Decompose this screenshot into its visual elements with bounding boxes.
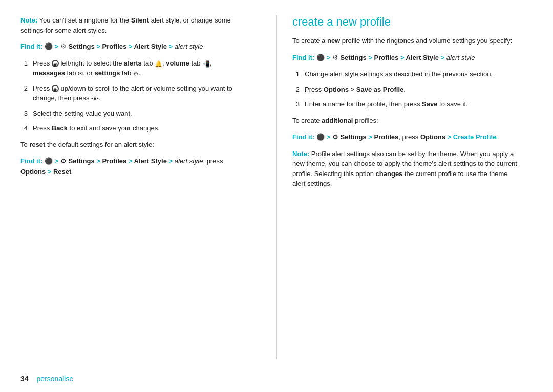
right-step-1: 1 Change alert style settings as describ… — [292, 69, 522, 79]
page-footer: 34 personalise — [0, 369, 553, 392]
left-step-3: 3 Select the setting value you want. — [20, 108, 246, 119]
right-settings-icon-1: ⚙ — [332, 54, 341, 61]
arrow-2c: > — [129, 157, 134, 165]
right-arrow-1a: > — [327, 54, 331, 61]
alert-style-label-2: Alert Style — [134, 157, 167, 165]
intro-text2: profile with the ringtones and volume se… — [340, 37, 512, 45]
right-find-it-1: Find it: ⚫ > ⚙ Settings > Profiles > Ale… — [292, 53, 522, 63]
find-it-label-2: Find it: — [20, 157, 42, 165]
right-arrow-2c: > — [448, 133, 453, 141]
note-label: Note: — [20, 16, 37, 24]
intro-text1: To create a — [292, 37, 327, 45]
settings-icon-2: ⚙ — [60, 157, 69, 165]
right-step-2: 2 Press Options > Save as Profile. — [292, 84, 522, 95]
new-word: new — [327, 37, 340, 45]
right-settings-label-1: Settings — [340, 54, 366, 61]
arrow-4: > — [169, 42, 175, 50]
arrow-2d: > — [169, 157, 175, 165]
step-num-2: 2 — [20, 83, 28, 103]
alert-style-italic-1: alert style — [175, 42, 203, 50]
settings-icon-1: ⚙ — [60, 42, 69, 50]
right-options-label-2: Options — [420, 133, 445, 141]
alert-style-italic-2: alert style — [175, 157, 203, 165]
right-alert-style-label-1: Alert Style — [406, 54, 439, 61]
arrow-2a: > — [55, 157, 59, 165]
right-step-3: 3 Enter a name for the profile, then pre… — [292, 99, 522, 110]
right-arrow-1b: > — [368, 54, 374, 61]
reset-word: reset — [29, 141, 45, 148]
right-arrow-1c: > — [400, 54, 406, 61]
reset-text2: the default settings for an alert style: — [45, 141, 154, 148]
settings-label-2: Settings — [68, 157, 94, 165]
right-find-it-label-1: Find it: — [292, 54, 314, 61]
right-nav-icon-2: ⚫ — [316, 133, 327, 141]
right-step-num-1: 1 — [292, 69, 300, 79]
right-note-label: Note: — [292, 150, 309, 158]
step-num-1: 1 — [20, 58, 28, 78]
reset-paragraph: To reset the default settings for an ale… — [20, 140, 246, 150]
step-content-2: Press ◉ up/down to scroll to the alert o… — [33, 83, 246, 103]
note-text1: You can't set a ringtone for the — [37, 16, 131, 24]
left-find-it-1: Find it: ⚫ > ⚙ Settings > Profiles > Ale… — [20, 41, 246, 52]
arrow-2e: > — [48, 168, 53, 176]
right-arrow-1d: > — [441, 54, 446, 61]
additional-text2: profiles: — [353, 117, 378, 124]
right-profiles-label-1: Profiles — [374, 54, 399, 61]
right-find-it-2: Find it: ⚫ > ⚙ Settings > Profiles, pres… — [292, 132, 522, 143]
footer-label: personalise — [37, 375, 74, 383]
arrow-2b: > — [96, 157, 102, 165]
right-arrow-2a: > — [327, 133, 331, 141]
right-column: create a new profile To create a new pro… — [276, 15, 522, 359]
arrow-2: > — [96, 42, 102, 50]
alert-style-label-1: Alert Style — [134, 42, 167, 50]
section-heading: create a new profile — [292, 15, 522, 29]
left-find-it-2: Find it: ⚫ > ⚙ Settings > Profiles > Ale… — [20, 156, 246, 178]
profiles-label-1: Profiles — [102, 42, 127, 50]
right-step-num-2: 2 — [292, 84, 300, 95]
silent-word: Silent — [131, 16, 149, 24]
right-find-it-label-2: Find it: — [292, 133, 314, 141]
right-step-num-3: 3 — [292, 99, 300, 110]
step-num-4: 4 — [20, 123, 28, 134]
step-content-3: Select the setting value you want. — [33, 108, 246, 119]
left-column: Note: You can't set a ringtone for the S… — [20, 15, 256, 359]
right-step-list: 1 Change alert style settings as describ… — [292, 69, 522, 110]
left-step-2: 2 Press ◉ up/down to scroll to the alert… — [20, 83, 246, 103]
right-profiles-label-2: Profiles — [374, 133, 399, 141]
right-arrow-2b: > — [368, 133, 374, 141]
page-number: 34 — [20, 375, 29, 383]
arrow-3: > — [129, 42, 134, 50]
additional-paragraph: To create additional profiles: — [292, 116, 522, 126]
profiles-label-2: Profiles — [102, 157, 127, 165]
right-settings-label-2: Settings — [340, 133, 366, 141]
settings-label-1: Settings — [68, 42, 94, 50]
left-step-4: 4 Press Back to exit and save your chang… — [20, 123, 246, 134]
nav-icon-2: ⚫ — [45, 157, 55, 165]
right-step-content-3: Enter a name for the profile, then press… — [305, 99, 522, 110]
step-content-1: Press ◉ left/right to select the alerts … — [33, 58, 246, 78]
left-step-list: 1 Press ◉ left/right to select the alert… — [20, 58, 246, 134]
find-it-2-suffix: , press — [203, 157, 223, 165]
right-press: press — [400, 133, 420, 141]
right-alert-style-italic-1: alert style — [446, 54, 475, 61]
options-label-2: Options — [20, 168, 46, 176]
nav-icon-1: ⚫ — [45, 42, 55, 50]
right-step-content-2: Press Options > Save as Profile. — [305, 84, 522, 95]
right-changes-word: changes — [376, 170, 403, 178]
reset-text1: To — [20, 141, 29, 148]
right-settings-icon-2: ⚙ — [332, 133, 341, 141]
find-it-label-1: Find it: — [20, 42, 42, 50]
arrow-1: > — [55, 42, 59, 50]
right-intro-paragraph: To create a new profile with the rington… — [292, 36, 522, 46]
right-note-paragraph: Note: Profile alert settings also can be… — [292, 149, 522, 189]
left-note-paragraph: Note: You can't set a ringtone for the S… — [20, 15, 246, 35]
step-content-4: Press Back to exit and save your changes… — [33, 123, 246, 134]
additional-word: additional — [322, 117, 353, 124]
create-profile-label: Create Profile — [453, 133, 497, 141]
reset-label-2: Reset — [53, 168, 71, 176]
right-step-content-1: Change alert style settings as described… — [305, 69, 522, 79]
right-nav-icon-1: ⚫ — [316, 54, 327, 61]
left-step-1: 1 Press ◉ left/right to select the alert… — [20, 58, 246, 78]
step-num-3: 3 — [20, 108, 28, 119]
additional-text1: To create — [292, 117, 322, 124]
